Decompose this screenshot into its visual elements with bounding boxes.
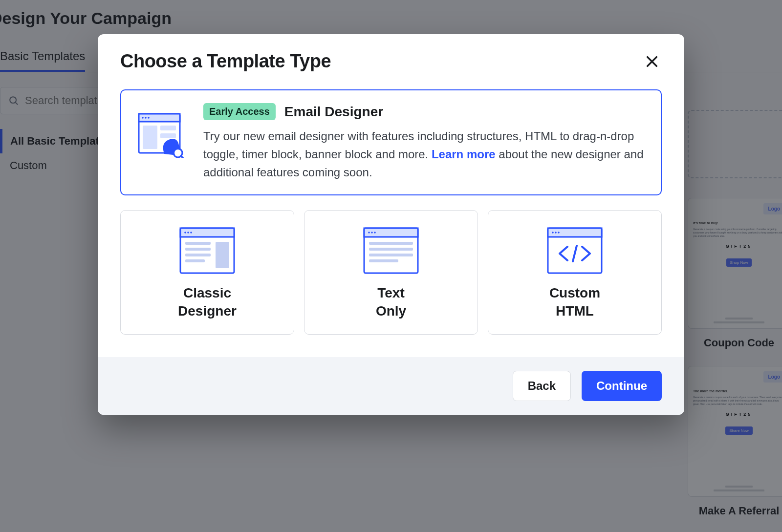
code-icon — [546, 226, 604, 275]
svg-point-7 — [145, 117, 147, 119]
svg-rect-10 — [160, 126, 176, 130]
option-title: Text Only — [376, 284, 406, 321]
svg-rect-30 — [369, 242, 413, 245]
choose-template-modal: Choose a Template Type — [98, 34, 684, 415]
svg-rect-9 — [143, 126, 157, 149]
modal-title: Choose a Template Type — [120, 51, 331, 72]
svg-point-18 — [187, 232, 189, 234]
svg-rect-23 — [185, 259, 205, 262]
option-title: Custom HTML — [549, 284, 600, 321]
svg-point-6 — [142, 117, 144, 119]
back-button[interactable]: Back — [513, 371, 571, 401]
option-email-designer[interactable]: Early Access Email Designer Try our new … — [120, 89, 662, 195]
svg-point-28 — [371, 232, 373, 234]
svg-rect-22 — [185, 254, 211, 256]
svg-point-8 — [148, 117, 150, 119]
svg-rect-21 — [185, 248, 211, 251]
svg-rect-24 — [216, 242, 229, 268]
layout-icon — [178, 226, 236, 275]
option-description: Try our new email designer with features… — [203, 127, 646, 182]
svg-point-29 — [374, 232, 376, 234]
svg-point-27 — [368, 232, 370, 234]
svg-line-13 — [181, 156, 184, 158]
continue-button[interactable]: Continue — [582, 371, 662, 401]
close-icon — [644, 54, 660, 69]
modal-footer: Back Continue — [98, 357, 684, 415]
svg-rect-11 — [160, 133, 176, 138]
svg-point-36 — [552, 232, 554, 234]
svg-point-38 — [558, 232, 560, 234]
svg-rect-32 — [369, 254, 413, 256]
option-text-only[interactable]: Text Only — [304, 210, 478, 335]
svg-point-17 — [184, 232, 186, 234]
svg-point-14 — [174, 149, 181, 156]
svg-rect-33 — [369, 259, 398, 262]
option-classic-designer[interactable]: Classic Designer — [120, 210, 294, 335]
modal-overlay: Choose a Template Type — [0, 0, 782, 532]
svg-rect-31 — [369, 248, 413, 251]
early-access-badge: Early Access — [203, 103, 276, 120]
svg-point-19 — [190, 232, 192, 234]
option-title: Email Designer — [284, 104, 383, 120]
option-custom-html[interactable]: Custom HTML — [488, 210, 662, 335]
email-designer-icon — [136, 109, 185, 158]
svg-rect-20 — [185, 242, 211, 245]
close-button[interactable] — [642, 52, 662, 71]
option-title: Classic Designer — [178, 284, 237, 321]
svg-point-37 — [555, 232, 557, 234]
learn-more-link[interactable]: Learn more — [432, 148, 496, 161]
text-icon — [362, 226, 420, 275]
